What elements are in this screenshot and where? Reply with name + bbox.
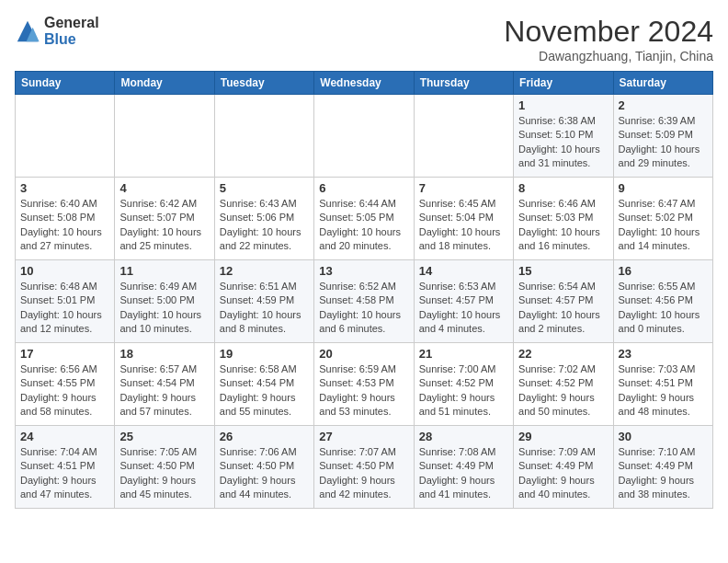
calendar-week-row: 10Sunrise: 6:48 AMSunset: 5:01 PMDayligh… [16, 260, 713, 343]
weekday-header: Thursday [414, 72, 513, 95]
weekday-header: Friday [514, 72, 613, 95]
day-number: 21 [419, 347, 508, 361]
day-info-line: Sunset: 4:57 PM [419, 294, 494, 305]
day-info: Sunrise: 6:51 AMSunset: 4:59 PMDaylight:… [220, 280, 309, 337]
day-info-line: Sunset: 4:54 PM [220, 377, 294, 388]
calendar-cell: 9Sunrise: 6:47 AMSunset: 5:02 PMDaylight… [613, 178, 712, 260]
day-info-line: Daylight: 9 hours and 50 minutes. [518, 392, 595, 417]
calendar-cell: 18Sunrise: 6:57 AMSunset: 4:54 PMDayligh… [115, 343, 214, 426]
day-info: Sunrise: 6:48 AMSunset: 5:01 PMDaylight:… [20, 280, 109, 337]
day-info-line: Sunset: 5:05 PM [319, 212, 393, 223]
day-info-line: Sunset: 4:53 PM [319, 377, 393, 388]
calendar-cell: 1Sunrise: 6:38 AMSunset: 5:10 PMDaylight… [514, 95, 613, 178]
calendar-week-row: 1Sunrise: 6:38 AMSunset: 5:10 PMDaylight… [16, 95, 713, 178]
day-info-line: Daylight: 9 hours and 58 minutes. [20, 392, 97, 417]
month-title: November 2024 [504, 15, 713, 49]
calendar-cell: 2Sunrise: 6:39 AMSunset: 5:09 PMDaylight… [613, 95, 712, 178]
day-number: 7 [419, 181, 508, 195]
calendar-cell [214, 95, 313, 178]
day-info: Sunrise: 6:55 AMSunset: 4:56 PMDaylight:… [619, 280, 708, 337]
day-info: Sunrise: 7:02 AMSunset: 4:52 PMDaylight:… [518, 362, 608, 419]
day-info-line: Sunrise: 7:08 AM [419, 446, 496, 457]
calendar-week-row: 17Sunrise: 6:56 AMSunset: 4:55 PMDayligh… [16, 343, 713, 426]
day-info-line: Sunrise: 6:58 AM [220, 363, 297, 374]
day-info: Sunrise: 6:57 AMSunset: 4:54 PMDaylight:… [119, 362, 209, 419]
day-info-line: Daylight: 9 hours and 57 minutes. [119, 392, 196, 417]
day-info-line: Sunrise: 6:38 AM [518, 115, 596, 126]
day-info: Sunrise: 6:44 AMSunset: 5:05 PMDaylight:… [319, 197, 408, 254]
day-info-line: Sunrise: 6:49 AM [119, 281, 197, 292]
calendar-cell: 6Sunrise: 6:44 AMSunset: 5:05 PMDaylight… [314, 178, 414, 260]
day-info: Sunrise: 7:07 AMSunset: 4:50 PMDaylight:… [319, 445, 408, 502]
day-info-line: Daylight: 9 hours and 48 minutes. [619, 392, 695, 417]
calendar-cell: 15Sunrise: 6:54 AMSunset: 4:57 PMDayligh… [514, 260, 613, 343]
calendar-cell [414, 95, 513, 178]
calendar-week-row: 3Sunrise: 6:40 AMSunset: 5:08 PMDaylight… [16, 178, 713, 260]
calendar-cell: 5Sunrise: 6:43 AMSunset: 5:06 PMDaylight… [214, 178, 313, 260]
day-info-line: Sunrise: 7:05 AM [119, 446, 197, 457]
day-info-line: Daylight: 10 hours and 16 minutes. [518, 226, 600, 251]
day-info-line: Daylight: 10 hours and 2 minutes. [518, 309, 600, 334]
day-info: Sunrise: 6:39 AMSunset: 5:09 PMDaylight:… [619, 114, 708, 171]
calendar-cell: 28Sunrise: 7:08 AMSunset: 4:49 PMDayligh… [414, 426, 513, 509]
day-info: Sunrise: 6:56 AMSunset: 4:55 PMDaylight:… [20, 362, 109, 419]
calendar-cell: 30Sunrise: 7:10 AMSunset: 4:49 PMDayligh… [613, 426, 712, 509]
day-number: 26 [220, 430, 309, 443]
day-info-line: Sunrise: 6:53 AM [419, 281, 496, 292]
calendar-header-row: SundayMondayTuesdayWednesdayThursdayFrid… [16, 72, 713, 95]
day-info: Sunrise: 7:08 AMSunset: 4:49 PMDaylight:… [419, 445, 508, 502]
day-info-line: Sunrise: 7:04 AM [20, 446, 97, 457]
day-info-line: Sunset: 5:08 PM [20, 212, 95, 223]
calendar-cell: 26Sunrise: 7:06 AMSunset: 4:50 PMDayligh… [214, 426, 313, 509]
day-number: 30 [619, 430, 708, 443]
day-number: 6 [319, 181, 408, 195]
day-info: Sunrise: 7:04 AMSunset: 4:51 PMDaylight:… [20, 445, 109, 502]
day-info-line: Sunset: 5:07 PM [119, 212, 194, 223]
day-info-line: Daylight: 10 hours and 29 minutes. [619, 144, 700, 168]
day-info-line: Sunset: 4:51 PM [619, 377, 693, 388]
day-number: 1 [518, 98, 608, 112]
day-info-line: Sunset: 4:57 PM [518, 294, 593, 305]
day-info-line: Sunrise: 7:00 AM [419, 363, 496, 374]
day-info-line: Daylight: 9 hours and 45 minutes. [119, 475, 196, 500]
calendar-cell: 24Sunrise: 7:04 AMSunset: 4:51 PMDayligh… [16, 426, 115, 509]
calendar-cell: 11Sunrise: 6:49 AMSunset: 5:00 PMDayligh… [115, 260, 214, 343]
calendar-cell: 8Sunrise: 6:46 AMSunset: 5:03 PMDaylight… [514, 178, 613, 260]
day-info-line: Sunset: 4:50 PM [220, 460, 294, 471]
day-number: 15 [518, 264, 608, 278]
day-info-line: Sunrise: 6:39 AM [619, 115, 696, 126]
day-info: Sunrise: 6:54 AMSunset: 4:57 PMDaylight:… [518, 280, 608, 337]
logo-general: General [44, 15, 99, 31]
day-info-line: Daylight: 9 hours and 51 minutes. [419, 392, 495, 417]
day-info-line: Daylight: 10 hours and 31 minutes. [518, 144, 600, 168]
weekday-header: Wednesday [314, 72, 414, 95]
day-info-line: Sunrise: 7:06 AM [220, 446, 297, 457]
day-info-line: Sunset: 5:10 PM [518, 129, 593, 140]
day-info-line: Sunrise: 6:57 AM [119, 363, 197, 374]
day-info-line: Daylight: 10 hours and 8 minutes. [220, 309, 301, 334]
day-number: 24 [20, 430, 109, 443]
day-info: Sunrise: 7:09 AMSunset: 4:49 PMDaylight:… [518, 445, 608, 502]
day-number: 20 [319, 347, 408, 361]
day-info-line: Sunset: 4:50 PM [319, 460, 393, 471]
calendar-cell: 25Sunrise: 7:05 AMSunset: 4:50 PMDayligh… [115, 426, 214, 509]
day-info: Sunrise: 6:58 AMSunset: 4:54 PMDaylight:… [220, 362, 309, 419]
day-info-line: Sunset: 4:55 PM [20, 377, 95, 388]
day-number: 8 [518, 181, 608, 195]
day-info-line: Sunrise: 7:07 AM [319, 446, 396, 457]
day-info-line: Sunrise: 6:45 AM [419, 198, 496, 209]
day-info: Sunrise: 6:40 AMSunset: 5:08 PMDaylight:… [20, 197, 109, 254]
day-info-line: Daylight: 10 hours and 10 minutes. [119, 309, 201, 334]
weekday-header: Saturday [613, 72, 712, 95]
day-info: Sunrise: 6:42 AMSunset: 5:07 PMDaylight:… [119, 197, 209, 254]
day-info-line: Sunrise: 6:46 AM [518, 198, 596, 209]
calendar-cell: 12Sunrise: 6:51 AMSunset: 4:59 PMDayligh… [214, 260, 313, 343]
calendar-cell [115, 95, 214, 178]
calendar-cell: 29Sunrise: 7:09 AMSunset: 4:49 PMDayligh… [514, 426, 613, 509]
day-info-line: Daylight: 9 hours and 55 minutes. [220, 392, 296, 417]
day-info-line: Daylight: 9 hours and 53 minutes. [319, 392, 395, 417]
calendar-cell: 4Sunrise: 6:42 AMSunset: 5:07 PMDaylight… [115, 178, 214, 260]
day-info-line: Sunset: 5:04 PM [419, 212, 494, 223]
day-info-line: Sunrise: 7:03 AM [619, 363, 696, 374]
day-number: 17 [20, 347, 109, 361]
